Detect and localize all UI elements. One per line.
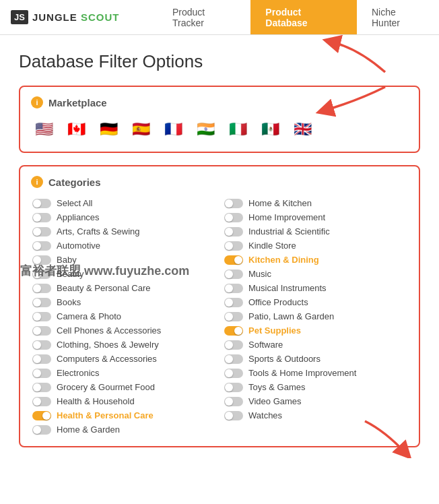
cat-home-kitchen[interactable]: Home & Kitchen	[223, 196, 408, 210]
toggle-industrial[interactable]	[224, 227, 243, 237]
cat-health-personal[interactable]: Health & Personal Care	[31, 408, 216, 422]
cat-label-musical-instruments: Musical Instruments	[248, 283, 327, 293]
toggle-books[interactable]	[32, 298, 51, 307]
cat-home-garden[interactable]: Home & Garden	[31, 422, 216, 437]
cat-software[interactable]: Software	[223, 338, 408, 352]
cat-appliances[interactable]: Appliances	[31, 210, 216, 224]
toggle-video-games[interactable]	[224, 397, 243, 406]
toggle-automotive[interactable]	[32, 241, 51, 251]
toggle-baby[interactable]	[32, 255, 51, 265]
categories-left-col: Select All Appliances Arts, Crafts & Sew…	[31, 196, 216, 437]
tab-niche-hunter[interactable]: Niche Hunter	[357, 0, 439, 34]
cat-baby[interactable]: Baby	[31, 253, 216, 267]
cat-beauty-personal[interactable]: Beauty & Personal Care	[31, 281, 216, 295]
nav-tabs: Product Tracker Product Database Niche H…	[158, 0, 439, 34]
cat-pet-supplies[interactable]: Pet Supplies	[223, 323, 408, 338]
toggle-musical-instruments[interactable]	[224, 284, 243, 293]
cat-electronics[interactable]: Electronics	[31, 366, 216, 380]
flag-germany[interactable]: 🇩🇪	[96, 117, 121, 142]
tab-product-database[interactable]: Product Database	[250, 0, 357, 34]
categories-section: i Categories Select All Appliances Arts,…	[19, 165, 420, 447]
cat-label-patio: Patio, Lawn & Garden	[248, 311, 334, 321]
cat-kitchen-dining[interactable]: Kitchen & Dining	[223, 253, 408, 267]
cat-office[interactable]: Office Products	[223, 295, 408, 309]
categories-info-icon: i	[31, 176, 43, 188]
cat-camera[interactable]: Camera & Photo	[31, 309, 216, 323]
toggle-appliances[interactable]	[32, 213, 51, 222]
cat-industrial[interactable]: Industrial & Scientific	[223, 224, 408, 239]
flag-italy[interactable]: 🇮🇹	[225, 117, 250, 142]
cat-sports[interactable]: Sports & Outdoors	[223, 352, 408, 366]
cat-grocery[interactable]: Grocery & Gourmet Food	[31, 380, 216, 394]
cat-select-all[interactable]: Select All	[31, 196, 216, 210]
toggle-home-garden[interactable]	[32, 425, 51, 435]
cat-label-health-household: Health & Household	[57, 396, 135, 406]
toggle-home-improvement[interactable]	[224, 213, 243, 222]
cat-label-toys: Toys & Games	[248, 382, 306, 392]
cat-automotive[interactable]: Automotive	[31, 239, 216, 253]
cat-label-cell-phones: Cell Phones & Accessories	[57, 325, 161, 336]
toggle-pet-supplies[interactable]	[224, 326, 243, 336]
toggle-clothing[interactable]	[32, 340, 51, 350]
cat-label-electronics: Electronics	[57, 368, 100, 378]
toggle-patio[interactable]	[224, 312, 243, 321]
toggle-kindle[interactable]	[224, 241, 243, 251]
tab-product-tracker[interactable]: Product Tracker	[158, 0, 250, 34]
flag-france[interactable]: 🇫🇷	[160, 117, 186, 142]
toggle-camera[interactable]	[32, 312, 51, 321]
toggle-watches[interactable]	[224, 411, 243, 420]
logo-text: JUNGLE SCOUT	[32, 11, 120, 23]
cat-arts[interactable]: Arts, Crafts & Sewing	[31, 224, 216, 239]
toggle-music[interactable]	[224, 270, 243, 279]
flag-mexico[interactable]: 🇲🇽	[257, 117, 283, 142]
cat-label-watches: Watches	[248, 410, 282, 420]
cat-watches[interactable]: Watches	[223, 408, 408, 422]
marketplace-title: i Marketplace	[31, 96, 408, 108]
toggle-office[interactable]	[224, 298, 243, 307]
cat-musical-instruments[interactable]: Musical Instruments	[223, 281, 408, 295]
toggle-tools[interactable]	[224, 369, 243, 378]
cat-label-industrial: Industrial & Scientific	[248, 226, 330, 237]
cat-toys[interactable]: Toys & Games	[223, 380, 408, 394]
cat-home-improvement[interactable]: Home Improvement	[223, 210, 408, 224]
cat-computers[interactable]: Computers & Accessories	[31, 352, 216, 366]
toggle-kitchen-dining[interactable]	[224, 255, 243, 265]
toggle-sports[interactable]	[224, 354, 243, 364]
cat-kindle[interactable]: Kindle Store	[223, 239, 408, 253]
cat-label-music: Music	[248, 269, 271, 279]
cat-clothing[interactable]: Clothing, Shoes & Jewelry	[31, 338, 216, 352]
cat-label-home-garden: Home & Garden	[57, 424, 120, 435]
flag-usa[interactable]: 🇺🇸	[31, 117, 57, 142]
flag-spain[interactable]: 🇪🇸	[128, 117, 154, 142]
cat-music[interactable]: Music	[223, 267, 408, 281]
toggle-health-household[interactable]	[32, 397, 51, 406]
toggle-health-personal[interactable]	[32, 411, 51, 420]
cat-health-household[interactable]: Health & Household	[31, 394, 216, 408]
toggle-home-kitchen[interactable]	[224, 199, 243, 208]
cat-cell-phones[interactable]: Cell Phones & Accessories	[31, 323, 216, 338]
toggle-toys[interactable]	[224, 383, 243, 392]
cat-label-tools: Tools & Home Improvement	[248, 368, 356, 378]
flags-row: 🇺🇸 🇨🇦 🇩🇪 🇪🇸 🇫🇷 🇮🇳 🇮🇹 🇲🇽 🇬🇧	[31, 117, 408, 142]
cat-beauty[interactable]: Beauty	[31, 267, 216, 281]
flag-canada[interactable]: 🇨🇦	[63, 117, 89, 142]
toggle-beauty[interactable]	[32, 270, 51, 279]
cat-patio[interactable]: Patio, Lawn & Garden	[223, 309, 408, 323]
toggle-arts[interactable]	[32, 227, 51, 237]
cat-label-home-improvement: Home Improvement	[248, 212, 325, 222]
cat-label-video-games: Video Games	[248, 396, 302, 406]
flag-india[interactable]: 🇮🇳	[193, 117, 218, 142]
toggle-computers[interactable]	[32, 354, 51, 364]
toggle-cell-phones[interactable]	[32, 326, 51, 336]
toggle-grocery[interactable]	[32, 383, 51, 392]
cat-label-appliances: Appliances	[57, 212, 100, 222]
toggle-beauty-personal[interactable]	[32, 284, 51, 293]
flag-uk[interactable]: 🇬🇧	[290, 117, 315, 142]
toggle-electronics[interactable]	[32, 369, 51, 378]
cat-video-games[interactable]: Video Games	[223, 394, 408, 408]
cat-books[interactable]: Books	[31, 295, 216, 309]
logo-scout: SCOUT	[81, 11, 120, 23]
toggle-select-all[interactable]	[32, 199, 51, 208]
cat-tools[interactable]: Tools & Home Improvement	[223, 366, 408, 380]
toggle-software[interactable]	[224, 340, 243, 350]
